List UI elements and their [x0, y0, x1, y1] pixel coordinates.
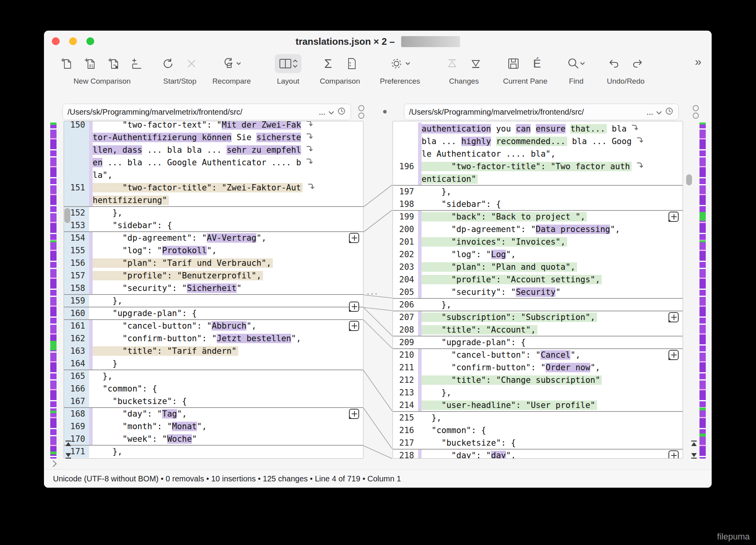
add-file-icon[interactable]: [130, 56, 144, 71]
history-icon[interactable]: [665, 107, 674, 117]
code-line-151[interactable]: 151 "two-factor-title": "Zwei-Faktor-Aut: [64, 181, 363, 194]
gear-icon[interactable]: [390, 56, 410, 71]
copy-change-button[interactable]: [668, 450, 679, 459]
code-line-164[interactable]: 164 }: [64, 357, 363, 370]
accent-icon[interactable]: É: [530, 56, 544, 71]
document-icon[interactable]: [345, 56, 359, 71]
redo-icon[interactable]: [630, 56, 645, 71]
copy-change-button[interactable]: [349, 233, 359, 243]
code-line-212[interactable]: 212 "title": "Change subscription": [393, 374, 683, 386]
code-line-200[interactable]: 200 "dp-agreement": "Data processing",: [393, 223, 683, 236]
code-line-wrap[interactable]: la",: [64, 169, 363, 181]
jump-last-change-icon[interactable]: [64, 452, 72, 459]
code-line-217[interactable]: 217 "bucketsize": {: [393, 437, 683, 449]
code-line-209[interactable]: 209 "upgrade-plan": {: [393, 336, 683, 349]
code-line-166[interactable]: 166 "common": {: [64, 382, 363, 395]
prev-change-icon[interactable]: [445, 56, 459, 71]
code-line-wrap[interactable]: llen, dass ... bla bla ... sehr zu empfe…: [64, 144, 363, 156]
code-line-157[interactable]: 157 "profile": "Benutzerprofil",: [64, 269, 363, 282]
code-line-150[interactable]: 150 "two-factor-text": "Mit der Zwei-Fak: [64, 121, 363, 131]
code-line-158[interactable]: 158 "security": "Sicherheit": [64, 282, 363, 294]
code-line-160[interactable]: 160 "upgrade-plan": {: [64, 307, 363, 320]
code-line-196[interactable]: 196 "two-factor-title": "Two factor auth: [393, 160, 683, 173]
code-line-wrap[interactable]: hentifizierung": [64, 194, 363, 207]
right-file-path-field[interactable]: /Users/sk/Programming/marvelmetrix/front…: [404, 104, 679, 120]
left-editor-pane[interactable]: 150 "two-factor-text": "Mit der Zwei-Fak…: [64, 121, 363, 459]
layout-icon[interactable]: [275, 54, 301, 73]
recompare-icon[interactable]: [223, 56, 241, 71]
code-line-211[interactable]: 211 "confirm-button": "Order now",: [393, 361, 683, 374]
code-line-216[interactable]: 216 "common": {: [393, 424, 683, 437]
code-line-156[interactable]: 156 "plan": "Tarif und Verbrauch",: [64, 257, 363, 269]
code-line-159[interactable]: 159 },: [64, 294, 363, 307]
jump-first-change-icon[interactable]: [64, 440, 72, 448]
copy-change-button[interactable]: [349, 409, 359, 419]
right-scrollbar-thumb[interactable]: [686, 174, 692, 185]
code-line-202[interactable]: 202 "log": "Log",: [393, 248, 683, 261]
code-line-wrap[interactable]: bla ... highly recommended... bla ... Go…: [393, 135, 683, 148]
copy-change-button[interactable]: [668, 312, 679, 322]
code-line-198[interactable]: 198 "sidebar": {: [393, 198, 683, 210]
code-line-199[interactable]: 199 "back": "Back to project ",: [393, 210, 683, 223]
new-file-icon[interactable]: [60, 56, 74, 71]
code-line-201[interactable]: 201 "invoices": "Invoices",: [393, 236, 683, 248]
search-icon[interactable]: [567, 56, 586, 71]
code-line-wrap[interactable]: en ... bla ... Google Authenticator ....…: [64, 156, 363, 169]
save-icon[interactable]: [506, 56, 520, 71]
code-line-208[interactable]: 208 "title": "Account",: [393, 324, 683, 336]
code-line-163[interactable]: 163 "title": "Tarif ändern": [64, 345, 363, 357]
code-line-214[interactable]: 214 "user-headline": "User profile": [393, 399, 683, 411]
right-pane-selector-dots[interactable]: [692, 105, 699, 119]
code-line-162[interactable]: 162 "confirm-button": "Jetzt bestellen",: [64, 332, 363, 345]
code-line-161[interactable]: 161 "cancel-button": "Abbruch",: [64, 320, 363, 332]
chevron-down-icon[interactable]: [656, 108, 662, 117]
code-line-207[interactable]: 207 "subscription": "Subscription",: [393, 311, 683, 324]
code-line-165[interactable]: 165 },: [64, 370, 363, 382]
toolbar-overflow-button[interactable]: »: [695, 55, 701, 68]
jump-last-change-icon[interactable]: [690, 452, 698, 459]
left-change-overview-strip[interactable]: [50, 123, 57, 459]
new-numbered-file-icon[interactable]: 01: [83, 56, 97, 71]
copy-change-button[interactable]: [349, 321, 359, 331]
copy-change-button[interactable]: [668, 350, 679, 360]
code-line-154[interactable]: 154 "dp-agreement": "AV-Vertrag",: [64, 232, 363, 244]
code-line-204[interactable]: 204 "profile": "Account settings",: [393, 273, 683, 286]
code-line-170[interactable]: 170 "week": "Woche": [64, 433, 363, 445]
sigma-icon[interactable]: Σ: [321, 56, 335, 71]
code-line-wrap[interactable]: entication": [393, 173, 683, 185]
code-line-wrap[interactable]: le Authenticator .... bla",: [393, 148, 683, 160]
left-scrollbar-thumb[interactable]: [64, 208, 70, 223]
code-line-203[interactable]: 203 "plan": "Plan and quota",: [393, 261, 683, 273]
chevron-down-icon[interactable]: [329, 108, 334, 117]
code-line-210[interactable]: 210 "cancel-button": "Cancel",: [393, 349, 683, 361]
jump-first-change-icon[interactable]: [690, 440, 698, 448]
code-line-171[interactable]: 171 },: [64, 445, 363, 458]
restart-icon[interactable]: [161, 56, 175, 71]
left-pane-selector-dots[interactable]: [358, 105, 365, 119]
next-change-icon[interactable]: [469, 56, 483, 71]
right-change-overview-strip[interactable]: [699, 123, 706, 459]
left-file-path-field[interactable]: /Users/sk/Programming/marvelmetrix/front…: [62, 104, 351, 120]
file-list-disclosure-icon[interactable]: [52, 459, 57, 468]
code-line-169[interactable]: 169 "month": "Monat",: [64, 420, 363, 433]
undo-icon[interactable]: [607, 56, 621, 71]
code-line-205[interactable]: 205 "security": "Security": [393, 286, 683, 298]
code-line-155[interactable]: 155 "log": "Protokoll",: [64, 244, 363, 257]
code-line-213[interactable]: 213 },: [393, 386, 683, 399]
code-line-218[interactable]: 218 "day": "day",: [393, 449, 683, 459]
code-line-152[interactable]: 152 },: [64, 207, 363, 219]
new-copy-file-icon[interactable]: [107, 56, 121, 71]
code-line-206[interactable]: 206 },: [393, 298, 683, 311]
code-line-wrap[interactable]: tor-Authentifizierung können Sie sichers…: [64, 131, 363, 144]
code-line-153[interactable]: 153 "sidebar": {: [64, 219, 363, 232]
cancel-icon[interactable]: [184, 56, 199, 71]
right-editor-pane[interactable]: authentication you can ensure that... bl…: [393, 121, 683, 459]
code-line-167[interactable]: 167 "bucketsize": {: [64, 395, 363, 408]
code-line-215[interactable]: 215 },: [393, 411, 683, 424]
history-icon[interactable]: [337, 107, 346, 117]
copy-change-button[interactable]: [349, 302, 359, 312]
code-line-197[interactable]: 197 },: [393, 185, 683, 198]
copy-change-button[interactable]: [668, 212, 679, 222]
code-line-168[interactable]: 168 "day": "Tag",: [64, 408, 363, 420]
code-line-wrap[interactable]: authentication you can ensure that... bl…: [393, 123, 683, 135]
